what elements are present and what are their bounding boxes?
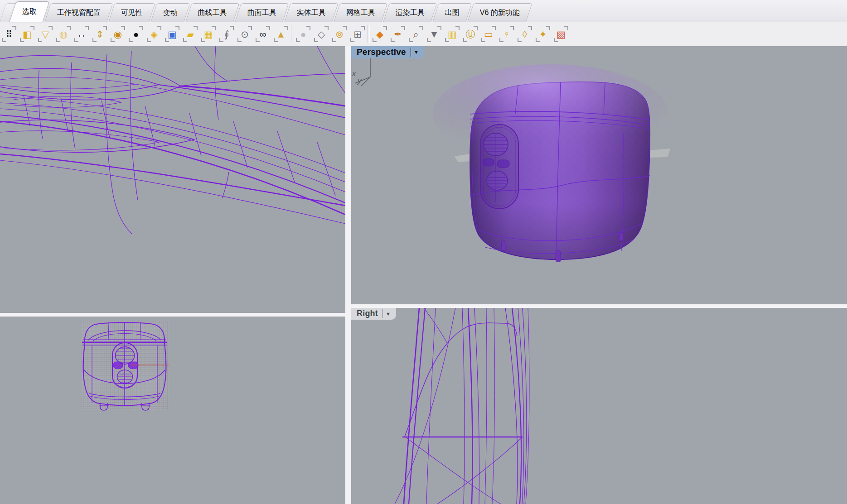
wireframe-curves-canvas xyxy=(0,46,345,313)
cone-icon[interactable]: ▽ xyxy=(36,24,54,44)
viewport-front-wireframe[interactable] xyxy=(0,317,345,504)
viewport-divider-horizontal-right[interactable] xyxy=(351,304,847,308)
viewport-menu-arrow-icon[interactable]: ▼ xyxy=(383,311,393,317)
group-shapes-icon[interactable]: ⊚ xyxy=(330,24,348,44)
right-wireframe-canvas xyxy=(351,308,847,504)
spiral-icon[interactable]: ∮ xyxy=(218,24,236,44)
surface-plane-icon[interactable]: ▰ xyxy=(181,24,199,44)
fence-icon[interactable]: ▥ xyxy=(443,24,461,44)
viewport-workspace: Perspective ▼ z x y xyxy=(0,46,847,504)
tab-drafting[interactable]: 出图 xyxy=(432,3,472,22)
toolbar-separator xyxy=(368,25,370,43)
tab-transform[interactable]: 变动 xyxy=(150,3,190,22)
main-toolbar: ⠿ ◧ ▽ ◍ ↔ ⇕ ◉ ● ◈ ▣ ▰ ▦ ∮ ⊙ ∞ ▲ ● ◇ ⊚ ⊞ … xyxy=(0,22,847,46)
cutplane-left-sliver xyxy=(455,154,470,162)
viewport-top-left-wireframe[interactable] xyxy=(0,46,345,313)
chain-icon[interactable]: ∞ xyxy=(254,24,272,44)
cube-sphere-icon[interactable]: ⊞ xyxy=(348,24,367,44)
svg-text:y: y xyxy=(357,77,362,85)
grid-snap-icon[interactable]: ⠿ xyxy=(0,24,18,44)
paintbrush-icon[interactable]: ✒ xyxy=(389,24,407,44)
magnifier-icon[interactable]: ⌕ xyxy=(407,24,425,44)
filter-funnel-icon[interactable]: ▼ xyxy=(425,24,443,44)
tab-curve-tools[interactable]: 曲线工具 xyxy=(185,3,239,22)
framed-cylinder-icon[interactable]: ▭ xyxy=(479,24,498,44)
viewport-divider-horizontal-left[interactable] xyxy=(0,313,345,317)
red-cube-icon[interactable]: ▧ xyxy=(552,24,570,44)
front-wireframe-canvas xyxy=(0,317,345,504)
tab-surface-tools[interactable]: 曲面工具 xyxy=(235,3,289,22)
tab-v6-new-features[interactable]: V6 的新功能 xyxy=(467,3,532,22)
solid-primitives-icon[interactable]: ◧ xyxy=(18,24,36,44)
viewport-right[interactable]: Right ▼ xyxy=(351,308,847,504)
tab-mesh-tools[interactable]: 网格工具 xyxy=(334,3,387,22)
tab-select[interactable]: 选取 xyxy=(10,1,50,22)
hatch-circles-icon[interactable]: ◍ xyxy=(54,24,73,44)
scale-arrows-icon[interactable]: ↔ xyxy=(73,24,91,44)
right-viewport-label[interactable]: Right ▼ xyxy=(351,308,396,320)
wire-cube-icon[interactable]: ◇ xyxy=(312,24,330,44)
grid-surface-icon[interactable]: ▦ xyxy=(199,24,218,44)
drop-icon[interactable]: ◆ xyxy=(371,24,389,44)
shaded-view-icon[interactable]: ▣ xyxy=(163,24,181,44)
toolbar-separator xyxy=(291,25,293,43)
u-box-icon[interactable]: Ⓤ xyxy=(461,24,479,44)
point-cloud-icon[interactable]: ⊙ xyxy=(236,24,254,44)
key-icon[interactable]: ♀ xyxy=(498,24,516,44)
edit-points-icon[interactable]: ⇕ xyxy=(91,24,109,44)
svg-text:x: x xyxy=(352,70,356,77)
viewport-divider-vertical[interactable] xyxy=(345,46,351,504)
perspective-viewport-label[interactable]: Perspective ▼ xyxy=(351,46,424,58)
tag-hook-icon[interactable]: ◊ xyxy=(516,24,534,44)
control-panel xyxy=(480,125,518,209)
viewport-menu-arrow-icon[interactable]: ▼ xyxy=(411,49,421,55)
tab-render-tools[interactable]: 渲染工具 xyxy=(383,3,437,22)
tab-solid-tools[interactable]: 实体工具 xyxy=(284,3,338,22)
tab-visibility[interactable]: 可见性 xyxy=(108,3,155,22)
open-polysurface-icon[interactable]: ◈ xyxy=(145,24,163,44)
black-sphere-icon[interactable]: ● xyxy=(127,24,145,44)
gray-sphere-icon[interactable]: ● xyxy=(294,24,312,44)
perspective-model-canvas xyxy=(351,46,847,304)
toolbar-tab-bar: 选取 工作视窗配置 可见性 变动 曲线工具 曲面工具 实体工具 网格工具 渲染工… xyxy=(0,0,847,22)
cutplane-right-sliver xyxy=(650,149,670,158)
pyramid-icon[interactable]: ▲ xyxy=(272,24,290,44)
viewport-perspective[interactable]: Perspective ▼ z x y xyxy=(351,46,847,304)
select-by-color-icon[interactable]: ◉ xyxy=(109,24,127,44)
key-tag-icon[interactable]: ✦ xyxy=(534,24,552,44)
tab-viewport-layout[interactable]: 工作视窗配置 xyxy=(44,3,113,22)
